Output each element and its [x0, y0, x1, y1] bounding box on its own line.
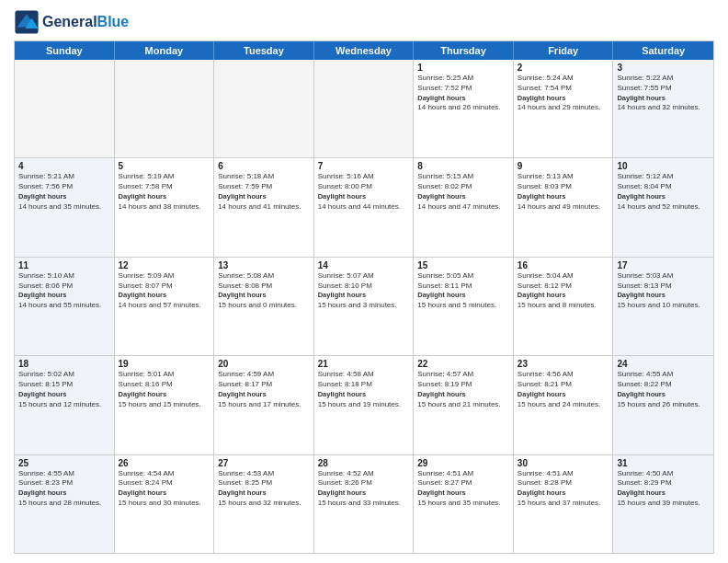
cell-info: Sunrise: 4:52 AMSunset: 8:26 PMDaylight … — [318, 469, 410, 509]
cell-info: Sunrise: 5:09 AMSunset: 8:07 PMDaylight … — [119, 271, 210, 311]
calendar-cell-29: 29Sunrise: 4:51 AMSunset: 8:27 PMDayligh… — [414, 455, 514, 553]
calendar-cell-2: 2Sunrise: 5:24 AMSunset: 7:54 PMDaylight… — [514, 60, 614, 157]
cell-info: Sunrise: 4:53 AMSunset: 8:25 PMDaylight … — [218, 469, 310, 509]
cell-info: Sunrise: 5:10 AMSunset: 8:06 PMDaylight … — [18, 271, 110, 311]
cell-info: Sunrise: 5:05 AMSunset: 8:11 PMDaylight … — [417, 271, 509, 311]
header-wednesday: Wednesday — [314, 41, 415, 60]
cell-info: Sunrise: 5:02 AMSunset: 8:15 PMDaylight … — [18, 370, 110, 409]
calendar-cell-26: 26Sunrise: 4:54 AMSunset: 8:24 PMDayligh… — [115, 455, 215, 553]
day-number: 1 — [417, 63, 509, 73]
calendar-cell-7: 7Sunrise: 5:16 AMSunset: 8:00 PMDaylight… — [314, 158, 415, 256]
day-number: 3 — [617, 63, 710, 73]
page: GeneralBlue Sunday Monday Tuesday Wednes… — [0, 0, 728, 563]
day-number: 13 — [218, 260, 310, 270]
cell-info: Sunrise: 4:51 AMSunset: 8:28 PMDaylight … — [518, 469, 609, 509]
calendar-cell-12: 12Sunrise: 5:09 AMSunset: 8:07 PMDayligh… — [115, 258, 215, 355]
cell-info: Sunrise: 5:25 AMSunset: 7:52 PMDaylight … — [417, 74, 509, 113]
cell-info: Sunrise: 5:18 AMSunset: 7:59 PMDaylight … — [218, 172, 310, 212]
day-number: 20 — [218, 359, 310, 369]
calendar-cell-23: 23Sunrise: 4:56 AMSunset: 8:21 PMDayligh… — [514, 356, 614, 454]
week-row-5: 25Sunrise: 4:55 AMSunset: 8:23 PMDayligh… — [15, 455, 713, 553]
calendar-cell-30: 30Sunrise: 4:51 AMSunset: 8:28 PMDayligh… — [514, 455, 614, 553]
header-monday: Monday — [115, 41, 215, 60]
header-sunday: Sunday — [15, 41, 115, 60]
cell-info: Sunrise: 5:12 AMSunset: 8:04 PMDaylight … — [617, 172, 710, 212]
logo: GeneralBlue — [14, 9, 129, 35]
calendar-cell-13: 13Sunrise: 5:08 AMSunset: 8:08 PMDayligh… — [214, 258, 314, 355]
day-number: 27 — [218, 458, 310, 468]
cell-info: Sunrise: 4:57 AMSunset: 8:19 PMDaylight … — [417, 370, 509, 409]
calendar-cell-19: 19Sunrise: 5:01 AMSunset: 8:16 PMDayligh… — [115, 356, 215, 454]
cell-info: Sunrise: 5:13 AMSunset: 8:03 PMDaylight … — [518, 172, 609, 212]
calendar-cell-9: 9Sunrise: 5:13 AMSunset: 8:03 PMDaylight… — [514, 158, 614, 256]
header: GeneralBlue — [14, 9, 714, 35]
calendar-cell-27: 27Sunrise: 4:53 AMSunset: 8:25 PMDayligh… — [214, 455, 314, 553]
day-number: 29 — [417, 458, 509, 468]
cell-info: Sunrise: 5:01 AMSunset: 8:16 PMDaylight … — [119, 370, 210, 409]
calendar-cell-17: 17Sunrise: 5:03 AMSunset: 8:13 PMDayligh… — [613, 258, 713, 355]
calendar: Sunday Monday Tuesday Wednesday Thursday… — [14, 40, 714, 554]
day-number: 17 — [617, 260, 710, 270]
day-number: 21 — [318, 359, 410, 369]
calendar-cell-1: 1Sunrise: 5:25 AMSunset: 7:52 PMDaylight… — [414, 60, 514, 157]
day-number: 8 — [417, 161, 509, 171]
header-thursday: Thursday — [414, 41, 514, 60]
calendar-cell-20: 20Sunrise: 4:59 AMSunset: 8:17 PMDayligh… — [214, 356, 314, 454]
day-number: 26 — [119, 458, 210, 468]
logo-icon — [14, 9, 40, 35]
day-number: 4 — [18, 161, 110, 171]
cell-info: Sunrise: 5:19 AMSunset: 7:58 PMDaylight … — [119, 172, 210, 212]
calendar-header: Sunday Monday Tuesday Wednesday Thursday… — [15, 41, 713, 60]
calendar-cell-empty — [214, 60, 314, 157]
cell-info: Sunrise: 5:21 AMSunset: 7:56 PMDaylight … — [18, 172, 110, 212]
cell-info: Sunrise: 5:03 AMSunset: 8:13 PMDaylight … — [617, 271, 710, 311]
day-number: 30 — [518, 458, 609, 468]
calendar-cell-21: 21Sunrise: 4:58 AMSunset: 8:18 PMDayligh… — [314, 356, 415, 454]
day-number: 9 — [518, 161, 609, 171]
day-number: 12 — [119, 260, 210, 270]
calendar-cell-4: 4Sunrise: 5:21 AMSunset: 7:56 PMDaylight… — [15, 158, 115, 256]
calendar-cell-empty — [115, 60, 215, 157]
calendar-body: 1Sunrise: 5:25 AMSunset: 7:52 PMDaylight… — [15, 60, 713, 553]
week-row-1: 1Sunrise: 5:25 AMSunset: 7:52 PMDaylight… — [15, 60, 713, 158]
cell-info: Sunrise: 4:55 AMSunset: 8:23 PMDaylight … — [18, 469, 110, 509]
cell-info: Sunrise: 5:22 AMSunset: 7:55 PMDaylight … — [617, 74, 710, 113]
day-number: 19 — [119, 359, 210, 369]
calendar-cell-31: 31Sunrise: 4:50 AMSunset: 8:29 PMDayligh… — [613, 455, 713, 553]
cell-info: Sunrise: 4:54 AMSunset: 8:24 PMDaylight … — [119, 469, 210, 509]
header-tuesday: Tuesday — [214, 41, 314, 60]
day-number: 11 — [18, 260, 110, 270]
calendar-cell-3: 3Sunrise: 5:22 AMSunset: 7:55 PMDaylight… — [613, 60, 713, 157]
day-number: 7 — [318, 161, 410, 171]
day-number: 10 — [617, 161, 710, 171]
calendar-cell-25: 25Sunrise: 4:55 AMSunset: 8:23 PMDayligh… — [15, 455, 115, 553]
cell-info: Sunrise: 5:08 AMSunset: 8:08 PMDaylight … — [218, 271, 310, 311]
header-friday: Friday — [514, 41, 614, 60]
calendar-cell-empty — [314, 60, 415, 157]
day-number: 22 — [417, 359, 509, 369]
day-number: 18 — [18, 359, 110, 369]
calendar-cell-28: 28Sunrise: 4:52 AMSunset: 8:26 PMDayligh… — [314, 455, 415, 553]
week-row-2: 4Sunrise: 5:21 AMSunset: 7:56 PMDaylight… — [15, 158, 713, 257]
calendar-cell-24: 24Sunrise: 4:55 AMSunset: 8:22 PMDayligh… — [613, 356, 713, 454]
cell-info: Sunrise: 4:51 AMSunset: 8:27 PMDaylight … — [417, 469, 509, 509]
calendar-cell-22: 22Sunrise: 4:57 AMSunset: 8:19 PMDayligh… — [414, 356, 514, 454]
calendar-cell-16: 16Sunrise: 5:04 AMSunset: 8:12 PMDayligh… — [514, 258, 614, 355]
day-number: 25 — [18, 458, 110, 468]
cell-info: Sunrise: 5:24 AMSunset: 7:54 PMDaylight … — [518, 74, 609, 113]
cell-info: Sunrise: 5:07 AMSunset: 8:10 PMDaylight … — [318, 271, 410, 311]
calendar-cell-6: 6Sunrise: 5:18 AMSunset: 7:59 PMDaylight… — [214, 158, 314, 256]
cell-info: Sunrise: 4:59 AMSunset: 8:17 PMDaylight … — [218, 370, 310, 409]
day-number: 16 — [518, 260, 609, 270]
cell-info: Sunrise: 5:15 AMSunset: 8:02 PMDaylight … — [417, 172, 509, 212]
day-number: 28 — [318, 458, 410, 468]
header-saturday: Saturday — [613, 41, 713, 60]
calendar-cell-10: 10Sunrise: 5:12 AMSunset: 8:04 PMDayligh… — [613, 158, 713, 256]
day-number: 2 — [518, 63, 609, 73]
cell-info: Sunrise: 4:56 AMSunset: 8:21 PMDaylight … — [518, 370, 609, 409]
day-number: 14 — [318, 260, 410, 270]
cell-info: Sunrise: 4:50 AMSunset: 8:29 PMDaylight … — [617, 469, 710, 509]
week-row-3: 11Sunrise: 5:10 AMSunset: 8:06 PMDayligh… — [15, 258, 713, 356]
calendar-cell-5: 5Sunrise: 5:19 AMSunset: 7:58 PMDaylight… — [115, 158, 215, 256]
calendar-cell-15: 15Sunrise: 5:05 AMSunset: 8:11 PMDayligh… — [414, 258, 514, 355]
